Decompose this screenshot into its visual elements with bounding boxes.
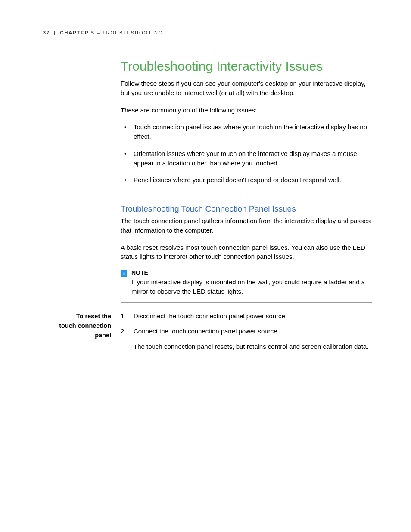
step-subtext: The touch connection panel resets, but r… bbox=[134, 342, 372, 352]
divider bbox=[121, 193, 372, 193]
issue-list: Touch connection panel issues where your… bbox=[121, 122, 372, 185]
note-text: If your interactive display is mounted o… bbox=[131, 277, 372, 296]
step-text: Connect the touch connection panel power… bbox=[134, 327, 279, 335]
procedure-steps: Disconnect the touch connection panel po… bbox=[121, 311, 372, 367]
divider bbox=[121, 358, 372, 358]
chapter-label: CHAPTER 5 bbox=[60, 30, 94, 35]
note-label: NOTE bbox=[131, 269, 372, 276]
page-title: Troubleshooting Interactivity Issues bbox=[121, 59, 372, 74]
note-content: NOTE If your interactive display is moun… bbox=[131, 269, 372, 296]
section-paragraph-2: A basic reset resolves most touch connec… bbox=[121, 243, 372, 262]
procedure-title: To reset the touch connection panel bbox=[43, 311, 121, 340]
intro-paragraph-1: Follow these steps if you can see your c… bbox=[121, 79, 372, 98]
procedure-title-line1: To reset the bbox=[76, 313, 111, 320]
issue-item: Touch connection panel issues where your… bbox=[121, 122, 372, 141]
step-item: Disconnect the touch connection panel po… bbox=[121, 311, 372, 321]
section-paragraph-1: The touch connection panel gathers infor… bbox=[121, 216, 372, 235]
issue-item: Pencil issues where your pencil doesn't … bbox=[121, 175, 372, 185]
note-block: i NOTE If your interactive display is mo… bbox=[121, 269, 372, 296]
procedure-title-line2: touch connection panel bbox=[59, 322, 111, 339]
section-heading: Troubleshooting Touch Connection Panel I… bbox=[121, 204, 372, 214]
chapter-separator: – bbox=[95, 30, 103, 35]
main-content: Troubleshooting Interactivity Issues Fol… bbox=[121, 59, 372, 303]
step-text: Disconnect the touch connection panel po… bbox=[134, 312, 287, 320]
page-number: 37 bbox=[43, 30, 50, 35]
info-icon: i bbox=[121, 270, 127, 277]
procedure-block: To reset the touch connection panel Disc… bbox=[43, 311, 372, 367]
divider bbox=[121, 302, 372, 303]
page-header: 37 | CHAPTER 5 – TROUBLESHOOTING bbox=[43, 30, 372, 35]
header-pipe: | bbox=[54, 30, 56, 35]
step-item: Connect the touch connection panel power… bbox=[121, 327, 372, 352]
issue-item: Orientation issues where your touch on t… bbox=[121, 149, 372, 168]
chapter-title: TROUBLESHOOTING bbox=[103, 30, 163, 35]
intro-paragraph-2: These are commonly on of the following i… bbox=[121, 106, 372, 115]
